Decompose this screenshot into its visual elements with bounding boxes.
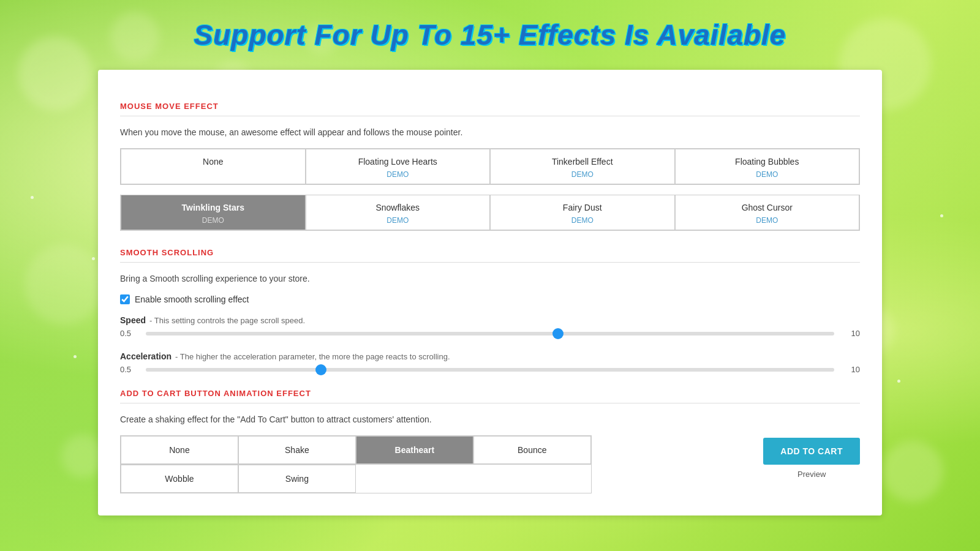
effect-snow-label: Snowflakes bbox=[375, 203, 420, 212]
effect-none-label: None bbox=[203, 157, 223, 167]
speed-max: 10 bbox=[842, 329, 860, 338]
cart-section-title: ADD TO CART BUTTON ANIMATION EFFECT bbox=[120, 389, 860, 398]
effect-tinkerbell-demo[interactable]: DEMO bbox=[571, 169, 594, 180]
dot-decoration bbox=[74, 355, 77, 358]
dot-decoration bbox=[897, 380, 900, 383]
page-title: Support For Up To 15+ Effects Is Availab… bbox=[0, 18, 980, 51]
accel-min: 0.5 bbox=[120, 365, 138, 374]
accel-slider[interactable] bbox=[146, 368, 834, 372]
cart-grids: None Shake Beatheart Bounce Wobble Swing bbox=[120, 435, 748, 493]
effect-flh-demo[interactable]: DEMO bbox=[386, 169, 409, 180]
dot-decoration bbox=[31, 196, 34, 199]
effect-tinkerbell-label: Tinkerbell Effect bbox=[552, 157, 613, 167]
effect-snowflakes[interactable]: Snowflakes DEMO bbox=[306, 195, 491, 230]
preview-label: Preview bbox=[797, 470, 826, 479]
speed-slider[interactable] bbox=[146, 332, 834, 335]
effect-twinkling-stars[interactable]: Twinkling Stars DEMO bbox=[121, 195, 306, 230]
effect-tinkerbell[interactable]: Tinkerbell Effect DEMO bbox=[490, 149, 675, 184]
speed-slider-row: 0.5 10 bbox=[120, 329, 860, 338]
cart-effect-empty2 bbox=[473, 465, 591, 493]
effect-fb-label: Floating Bubbles bbox=[735, 157, 799, 167]
mouse-move-desc: When you move the mouse, an awesome effe… bbox=[120, 127, 860, 137]
speed-slider-group: Speed - This setting controls the page s… bbox=[120, 315, 860, 338]
speed-desc: - This setting controls the page scroll … bbox=[149, 316, 305, 325]
accel-label-row: Acceleration - The higher the accelerati… bbox=[120, 351, 860, 361]
speed-min: 0.5 bbox=[120, 329, 138, 338]
effect-flh-label: Floating Love Hearts bbox=[358, 157, 437, 167]
effect-ts-label: Twinkling Stars bbox=[182, 203, 244, 212]
effect-floating-bubbles[interactable]: Floating Bubbles DEMO bbox=[675, 149, 860, 184]
accel-desc: - The higher the acceleration parameter,… bbox=[175, 352, 450, 361]
speed-label-row: Speed - This setting controls the page s… bbox=[120, 315, 860, 325]
cart-effect-shake[interactable]: Shake bbox=[238, 436, 356, 464]
cart-effect-beatheart[interactable]: Beatheart bbox=[356, 436, 473, 464]
accel-label: Acceleration bbox=[120, 351, 172, 361]
divider-3 bbox=[120, 403, 860, 403]
cart-effect-none[interactable]: None bbox=[121, 436, 238, 464]
cart-effect-wobble[interactable]: Wobble bbox=[121, 465, 238, 493]
smooth-scrolling-section: SMOOTH SCROLLING Bring a Smooth scrollin… bbox=[120, 248, 860, 374]
effect-none[interactable]: None bbox=[121, 149, 306, 184]
cart-effect-empty1 bbox=[356, 465, 473, 493]
smooth-scrolling-desc: Bring a Smooth scrolling experience to y… bbox=[120, 274, 860, 283]
cart-effect-swing[interactable]: Swing bbox=[238, 465, 356, 493]
dot-decoration bbox=[92, 257, 95, 260]
cart-effects-row2: Wobble Swing bbox=[120, 465, 592, 493]
smooth-scrolling-checkbox-label: Enable smooth scrolling effect bbox=[135, 294, 249, 304]
smooth-scrolling-checkbox-row: Enable smooth scrolling effect bbox=[120, 294, 860, 304]
cart-area: None Shake Beatheart Bounce Wobble Swing… bbox=[120, 435, 860, 493]
effect-fd-demo[interactable]: DEMO bbox=[571, 215, 594, 226]
effect-snow-demo[interactable]: DEMO bbox=[386, 215, 409, 226]
cart-section-desc: Create a shaking effect for the "Add To … bbox=[120, 414, 860, 424]
page-title-section: Support For Up To 15+ Effects Is Availab… bbox=[0, 0, 980, 64]
bokeh-circle bbox=[882, 441, 943, 502]
divider-2 bbox=[120, 262, 860, 263]
add-to-cart-preview: ADD TO CART Preview bbox=[763, 435, 860, 479]
accel-slider-row: 0.5 10 bbox=[120, 365, 860, 374]
add-to-cart-button[interactable]: ADD TO CART bbox=[763, 438, 860, 465]
effect-ts-demo[interactable]: DEMO bbox=[202, 215, 224, 226]
mouse-effects-row1: None Floating Love Hearts DEMO Tinkerbel… bbox=[120, 148, 860, 185]
effect-fb-demo[interactable]: DEMO bbox=[756, 169, 778, 180]
mouse-move-title: MOUSE MOVE EFFECT bbox=[120, 102, 860, 111]
effect-gc-label: Ghost Cursor bbox=[742, 203, 793, 212]
cart-section: ADD TO CART BUTTON ANIMATION EFFECT Crea… bbox=[120, 389, 860, 493]
mouse-move-section: MOUSE MOVE EFFECT When you move the mous… bbox=[120, 102, 860, 231]
accel-max: 10 bbox=[842, 365, 860, 374]
cart-effect-bounce[interactable]: Bounce bbox=[473, 436, 591, 464]
smooth-scrolling-title: SMOOTH SCROLLING bbox=[120, 248, 860, 257]
accel-slider-group: Acceleration - The higher the accelerati… bbox=[120, 351, 860, 374]
mouse-effects-row2: Twinkling Stars DEMO Snowflakes DEMO Fai… bbox=[120, 195, 860, 231]
effect-ghost-cursor[interactable]: Ghost Cursor DEMO bbox=[675, 195, 860, 230]
cart-effects-row1: None Shake Beatheart Bounce bbox=[120, 435, 592, 465]
divider bbox=[120, 116, 860, 116]
main-panel: MOUSE MOVE EFFECT When you move the mous… bbox=[98, 70, 882, 515]
effect-gc-demo[interactable]: DEMO bbox=[756, 215, 778, 226]
effect-fd-label: Fairy Dust bbox=[563, 203, 602, 212]
speed-label: Speed bbox=[120, 315, 146, 325]
smooth-scrolling-checkbox[interactable] bbox=[120, 294, 130, 304]
effect-floating-love-hearts[interactable]: Floating Love Hearts DEMO bbox=[306, 149, 491, 184]
effect-fairy-dust[interactable]: Fairy Dust DEMO bbox=[490, 195, 675, 230]
dot-decoration bbox=[940, 214, 943, 217]
